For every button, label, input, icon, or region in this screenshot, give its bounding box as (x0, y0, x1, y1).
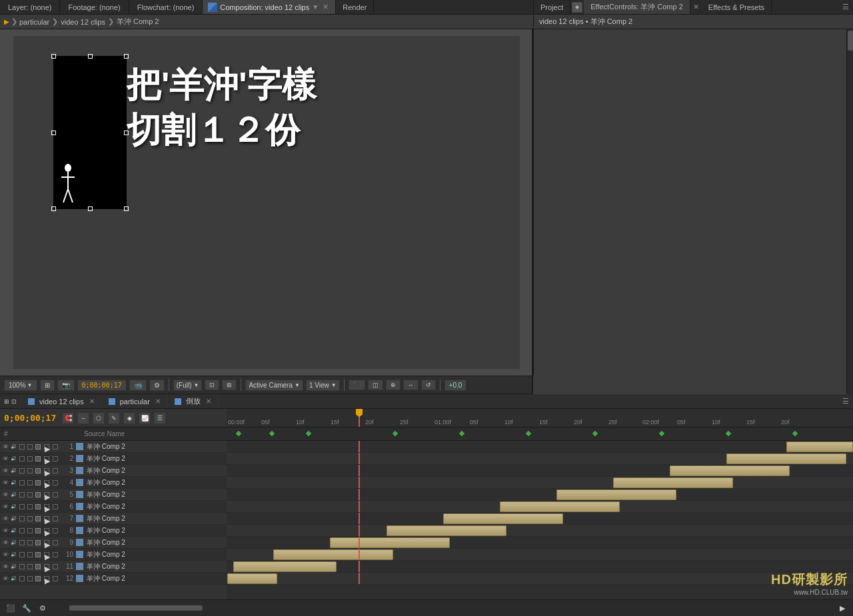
layer10-audio[interactable]: 🔊 (11, 552, 17, 557)
layer10-expand[interactable]: ▶ (44, 552, 49, 557)
pixel-btn[interactable]: ⊡ (205, 380, 219, 390)
layer12-audio[interactable]: 🔊 (11, 576, 17, 581)
tc-keyframe-btn[interactable]: ◆ (123, 412, 135, 424)
effects-presets-tab[interactable]: Effects & Presets (702, 0, 772, 14)
camera-icon-btn[interactable]: 📹 (129, 380, 147, 391)
tl-tab-particular[interactable]: particular ✕ (102, 394, 168, 408)
track-block-3[interactable] (670, 465, 790, 476)
track-block-1[interactable] (786, 442, 853, 452)
layer3-lock[interactable] (27, 468, 33, 473)
layer12-lock[interactable] (27, 576, 33, 581)
layer12-switches[interactable] (53, 576, 58, 581)
layer3-expand[interactable]: ▶ (44, 468, 49, 473)
timeline-icon2[interactable]: ⊡ (11, 398, 17, 405)
panel-icon1[interactable]: ◈ (572, 2, 582, 13)
timeline-tracks[interactable] (227, 428, 853, 599)
layer1-switches[interactable] (53, 444, 58, 450)
layer12-solo[interactable] (19, 576, 25, 581)
layer6-audio[interactable]: 🔊 (11, 504, 17, 509)
layer12-expand[interactable]: ▶ (44, 576, 49, 581)
settings-btn[interactable]: ⚙ (149, 380, 165, 391)
preview-canvas[interactable]: 把'羊沖'字樣 切割１２份 (0, 29, 533, 376)
layer2-eye[interactable]: 👁 (3, 456, 9, 462)
layer5-expand[interactable]: ▶ (44, 492, 49, 497)
layer10-lock[interactable] (27, 552, 33, 557)
view-dropdown[interactable]: 1 View ▼ (306, 380, 340, 391)
bottom-icon3[interactable]: ⚙ (37, 603, 48, 613)
layer7-solo[interactable] (19, 516, 25, 521)
overlay-btn2[interactable]: ◫ (368, 380, 383, 390)
layer8-eye[interactable]: 👁 (3, 527, 9, 534)
layer11-solo[interactable] (19, 564, 25, 569)
track-block-12[interactable] (227, 573, 277, 584)
timecode-display[interactable]: 0;00;00;17 (77, 380, 127, 391)
comp-dropdown-arrow[interactable]: ▼ (312, 3, 319, 11)
grid-btn[interactable]: ⊞ (222, 380, 237, 390)
layer1-expand[interactable]: ▶ (44, 444, 49, 450)
layer7-expand[interactable]: ▶ (44, 516, 49, 521)
track-block-11[interactable] (233, 561, 337, 572)
layer8-audio[interactable]: 🔊 (11, 528, 17, 533)
tc-motion-btn[interactable]: ↔ (77, 412, 89, 424)
track-block-9[interactable] (330, 537, 450, 548)
layer7-lock[interactable] (27, 516, 33, 521)
overlay-btn3[interactable]: ⊕ (386, 380, 401, 390)
layer2-solo[interactable] (19, 456, 25, 462)
layer12-eye[interactable]: 👁 (3, 575, 9, 582)
layer1-collapse[interactable] (35, 444, 41, 450)
render-tab[interactable]: Render (336, 0, 374, 14)
value-display[interactable]: +0.0 (444, 380, 467, 391)
layer1-solo[interactable] (19, 444, 25, 450)
layer12-collapse[interactable] (35, 576, 41, 581)
layer10-switches[interactable] (53, 552, 58, 557)
layer7-switches[interactable] (53, 516, 58, 521)
layer6-switches[interactable] (53, 504, 58, 509)
layer6-lock[interactable] (27, 504, 33, 509)
layer11-expand[interactable]: ▶ (44, 564, 49, 569)
layer3-eye[interactable]: 👁 (3, 467, 9, 474)
project-tab[interactable]: Project (534, 0, 570, 14)
scrollbar-thumb[interactable] (69, 605, 203, 611)
layer9-eye[interactable]: 👁 (3, 539, 9, 546)
layer-tab[interactable]: Layer: (none) (0, 0, 60, 14)
layer8-expand[interactable]: ▶ (44, 528, 49, 533)
bottom-icon2[interactable]: 🔧 (21, 603, 32, 613)
bottom-icon1[interactable]: ⬛ (5, 603, 16, 613)
layer11-switches[interactable] (53, 564, 58, 569)
panel-menu-icon[interactable]: ☰ (838, 3, 853, 11)
timeline-icon1[interactable]: ⊞ (4, 398, 9, 405)
layer4-solo[interactable] (19, 480, 25, 485)
overlay-btn4[interactable]: ↔ (403, 380, 419, 390)
overlay-btn1[interactable]: ⬛ (349, 380, 365, 390)
layer9-switches[interactable] (53, 540, 58, 545)
layer4-audio[interactable]: 🔊 (11, 480, 17, 485)
layer1-audio[interactable]: 🔊 (11, 444, 17, 450)
layer8-lock[interactable] (27, 528, 33, 533)
layer10-solo[interactable] (19, 552, 25, 557)
layer5-lock[interactable] (27, 492, 33, 497)
layer5-eye[interactable]: 👁 (3, 491, 9, 498)
layer7-audio[interactable]: 🔊 (11, 516, 17, 521)
overlay-btn5[interactable]: ↺ (421, 380, 436, 390)
layer4-eye[interactable]: 👁 (3, 479, 9, 486)
quality-dropdown[interactable]: (Full) ▼ (173, 380, 203, 391)
effect-controls-tab[interactable]: EffectControls: 羊沖 Comp 2 (584, 0, 690, 14)
layer8-switches[interactable] (53, 528, 58, 533)
layer6-expand[interactable]: ▶ (44, 504, 49, 509)
track-block-5[interactable] (556, 489, 676, 500)
layer4-lock[interactable] (27, 480, 33, 485)
layer11-collapse[interactable] (35, 564, 41, 569)
active-camera-dropdown[interactable]: Active Camera ▼ (245, 380, 303, 391)
flowchart-tab[interactable]: Flowchart: (none) (129, 0, 203, 14)
tl-tab-video12clips[interactable]: video 12 clips ✕ (21, 394, 102, 408)
tc-mode-btn[interactable]: ☰ (154, 412, 166, 424)
layer2-lock[interactable] (27, 456, 33, 462)
tl-tab1-close[interactable]: ✕ (89, 398, 95, 405)
layer1-lock[interactable] (27, 444, 33, 450)
tc-timecode[interactable]: 0;00;00;17 (4, 413, 56, 423)
breadcrumb-video12clips[interactable]: video 12 clips (61, 18, 105, 26)
timeline-menu-btn[interactable]: ☰ (838, 397, 853, 406)
tl-tab-reverse[interactable]: 倒放 ✕ (168, 394, 219, 408)
bottom-icon4[interactable]: ▶ (837, 603, 848, 613)
layer2-collapse[interactable] (35, 456, 41, 462)
